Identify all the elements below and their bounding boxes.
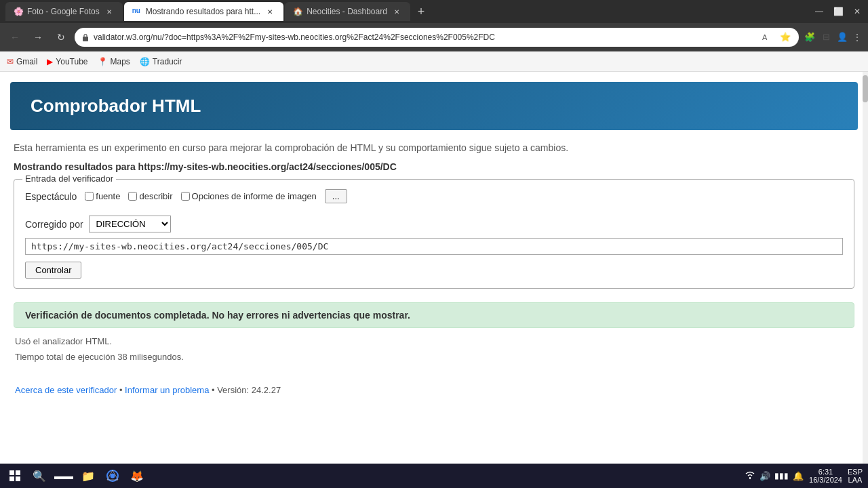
region-code: LAA bbox=[848, 476, 863, 484]
menu-icon[interactable]: ⋮ bbox=[852, 32, 863, 43]
tab-photos[interactable]: 🌸 Foto - Google Fotos ✕ bbox=[5, 2, 123, 21]
svg-text:A: A bbox=[762, 33, 768, 41]
fuente-label: fuente bbox=[96, 191, 120, 201]
analyzer-info-2: Tiempo total de ejecución 38 milisegundo… bbox=[0, 349, 868, 365]
svg-rect-4 bbox=[9, 476, 14, 481]
sound-icon: 🔊 bbox=[760, 471, 770, 481]
forward-button[interactable]: → bbox=[28, 28, 47, 47]
tab-validator-label: Mostrando resultados para htt... bbox=[146, 7, 260, 16]
language-display: ESP LAA bbox=[848, 468, 863, 484]
options-button[interactable]: ... bbox=[325, 189, 347, 203]
tab-validator-close[interactable]: ✕ bbox=[264, 6, 275, 17]
tab-validator[interactable]: nu Mostrando resultados para htt... ✕ bbox=[124, 2, 283, 21]
svg-point-7 bbox=[111, 474, 115, 479]
time-display: 6:31 16/3/2024 bbox=[809, 468, 842, 484]
gmail-label: Gmail bbox=[16, 57, 37, 66]
describir-label: describir bbox=[139, 191, 172, 201]
checkbox-opciones[interactable] bbox=[181, 192, 190, 201]
description-text: Esta herramienta es un experimento en cu… bbox=[0, 137, 868, 159]
report-link[interactable]: Informar un problema bbox=[125, 385, 209, 395]
tab-photos-close[interactable]: ✕ bbox=[104, 6, 115, 17]
url-display[interactable]: validator.w3.org/nu/?doc=https%3A%2F%2Fm… bbox=[94, 33, 757, 42]
battery-icon: ▮▮▮ bbox=[774, 471, 789, 481]
youtube-label: YouTube bbox=[56, 57, 87, 66]
svg-rect-2 bbox=[9, 470, 14, 475]
tab-validator-favicon: nu bbox=[132, 7, 142, 16]
tabs-area: 🌸 Foto - Google Fotos ✕ nu Mostrando res… bbox=[5, 2, 814, 21]
reload-button[interactable]: ↻ bbox=[52, 28, 71, 47]
title-bar: 🌸 Foto - Google Fotos ✕ nu Mostrando res… bbox=[0, 0, 868, 23]
sidebar-toggle-icon[interactable]: ⊟ bbox=[819, 30, 833, 44]
search-taskbar-button[interactable]: 🔍 bbox=[30, 466, 49, 485]
checkbox-describir-label[interactable]: describir bbox=[128, 191, 172, 201]
tab-photos-favicon: 🌸 bbox=[14, 7, 23, 16]
close-button[interactable]: ✕ bbox=[852, 6, 863, 17]
tab-photos-label: Foto - Google Fotos bbox=[27, 7, 100, 16]
folder-taskbar-button[interactable]: 📁 bbox=[79, 466, 98, 485]
system-icons: 🔊 ▮▮▮ 🔔 bbox=[745, 470, 804, 482]
footer-sep2: • Versión: 24.2.27 bbox=[212, 385, 281, 395]
tab-neocities-label: Neocities - Dashboard bbox=[307, 7, 387, 16]
current-time: 6:31 bbox=[809, 468, 842, 476]
youtube-favicon: ▶ bbox=[47, 57, 53, 66]
footer-sep1: • bbox=[119, 385, 125, 395]
address-bar-icons: 🧩 ⊟ 👤 ⋮ bbox=[803, 30, 863, 44]
results-heading: Mostrando resultados para https://my-sit… bbox=[0, 159, 868, 179]
tab-neocities[interactable]: 🏠 Neocities - Dashboard ✕ bbox=[285, 2, 410, 21]
page-title: Comprobador HTML bbox=[31, 96, 837, 117]
checkbox-fuente[interactable] bbox=[85, 192, 94, 201]
bookmark-gmail[interactable]: ✉ Gmail bbox=[7, 57, 37, 66]
opciones-label: Opciones de informe de imagen bbox=[192, 191, 317, 201]
maps-label: Maps bbox=[111, 57, 130, 66]
corregido-row: Corregido por DIRECCIÓN TEXTO ARCHIVO bbox=[25, 216, 843, 232]
tab-neocities-close[interactable]: ✕ bbox=[391, 6, 402, 17]
back-button[interactable]: ← bbox=[5, 28, 24, 47]
page-header: Comprobador HTML bbox=[10, 82, 858, 130]
bookmark-translate[interactable]: 🌐 Traducir bbox=[140, 57, 182, 66]
start-button[interactable] bbox=[5, 466, 24, 485]
scrollbar-track[interactable] bbox=[863, 72, 868, 464]
gmail-favicon: ✉ bbox=[7, 57, 14, 66]
url-input[interactable] bbox=[25, 238, 843, 255]
checkbox-describir[interactable] bbox=[128, 192, 137, 201]
taskbar-right: 🔊 ▮▮▮ 🔔 6:31 16/3/2024 ESP LAA bbox=[745, 468, 863, 484]
address-bar: ← → ↻ validator.w3.org/nu/?doc=https%3A%… bbox=[0, 23, 868, 52]
checkbox-fuente-label[interactable]: fuente bbox=[85, 191, 120, 201]
footer-links: Acerca de este verificador • Informar un… bbox=[0, 365, 868, 402]
scrollbar-thumb[interactable] bbox=[863, 75, 868, 102]
extra-app-button[interactable]: 🦊 bbox=[127, 466, 146, 485]
current-date: 16/3/2024 bbox=[809, 476, 842, 484]
maximize-button[interactable]: ⬜ bbox=[833, 6, 844, 17]
translate-favicon: 🌐 bbox=[140, 57, 150, 66]
lock-icon bbox=[81, 33, 90, 41]
new-tab-button[interactable]: + bbox=[412, 2, 431, 21]
language-code: ESP bbox=[848, 468, 863, 476]
bookmarks-bar: ✉ Gmail ▶ YouTube 📍 Maps 🌐 Traducir bbox=[0, 52, 868, 72]
bookmark-icon[interactable]: ⭐ bbox=[778, 30, 792, 44]
controlar-button[interactable]: Controlar bbox=[25, 262, 81, 279]
espectaculo-label: Espectáculo bbox=[25, 191, 77, 202]
about-link[interactable]: Acerca de este verificador bbox=[15, 385, 117, 395]
address-input-wrap[interactable]: validator.w3.org/nu/?doc=https%3A%2F%2Fm… bbox=[75, 28, 799, 47]
verification-message: Verificación de documentos completada. N… bbox=[25, 310, 410, 321]
minimize-button[interactable]: — bbox=[814, 6, 825, 17]
translate-page-icon[interactable]: A bbox=[761, 30, 774, 44]
extensions-icon[interactable]: 🧩 bbox=[803, 30, 816, 44]
direccion-select[interactable]: DIRECCIÓN TEXTO ARCHIVO bbox=[89, 216, 171, 232]
maps-favicon: 📍 bbox=[98, 57, 108, 66]
page-content: Comprobador HTML Esta herramienta es un … bbox=[0, 72, 868, 464]
taskbar-left: 🔍 ▬▬ 📁 🦊 bbox=[5, 466, 146, 485]
checkbox-opciones-label[interactable]: Opciones de informe de imagen bbox=[181, 191, 317, 201]
profile-icon[interactable]: 👤 bbox=[835, 30, 849, 44]
tab-neocities-favicon: 🏠 bbox=[293, 7, 302, 16]
bookmark-maps[interactable]: 📍 Maps bbox=[98, 57, 130, 66]
validator-box: Entrada del verificador Espectáculo fuen… bbox=[14, 179, 854, 289]
analyzer-info-1: Usó el analizador HTML. bbox=[0, 333, 868, 349]
bookmark-youtube[interactable]: ▶ YouTube bbox=[47, 57, 87, 66]
terminal-button[interactable]: ▬▬ bbox=[54, 466, 73, 485]
svg-rect-0 bbox=[83, 37, 88, 41]
svg-rect-3 bbox=[16, 470, 20, 475]
chrome-taskbar-button[interactable] bbox=[103, 466, 122, 485]
window-controls: — ⬜ ✕ bbox=[814, 6, 863, 17]
wifi-icon bbox=[745, 470, 755, 482]
